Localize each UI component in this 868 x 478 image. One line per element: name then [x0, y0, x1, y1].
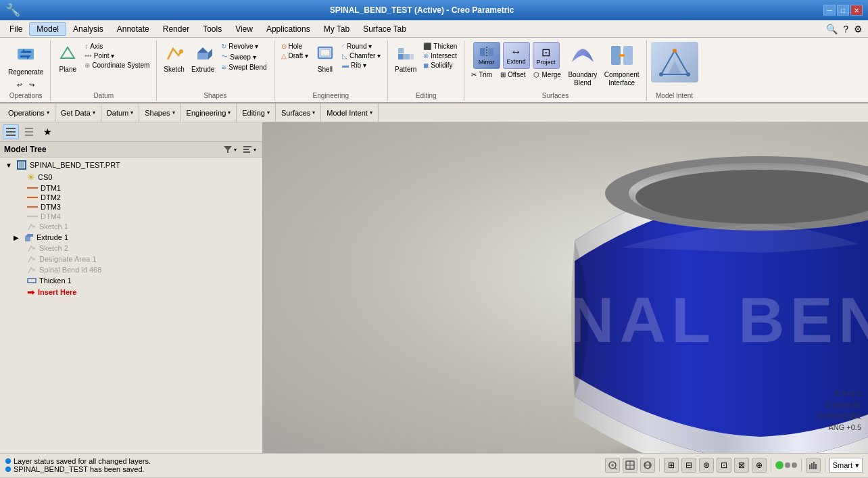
offset-icon: ⊞ — [500, 71, 506, 78]
project-button[interactable]: ⊡ Project — [533, 42, 560, 69]
thicken-button[interactable]: ⬛ Thicken — [420, 42, 460, 51]
svg-rect-37 — [27, 197, 38, 198]
minimize-button[interactable]: ─ — [823, 5, 836, 16]
extrude-button[interactable]: Extrude — [189, 42, 217, 75]
intersect-button[interactable]: ⊗ Intersect — [420, 51, 460, 60]
component-interface-button[interactable]: ComponentInterface — [602, 42, 642, 89]
coord-system-button[interactable]: ⊕ Coordinate System — [82, 61, 152, 70]
menu-mytab[interactable]: My Tab — [317, 23, 356, 35]
tree-item-cs0[interactable]: ✳ CS0 — [0, 171, 262, 183]
search-icon[interactable]: 🔍 — [823, 24, 840, 34]
maximize-button[interactable]: □ — [837, 5, 849, 16]
tree-item-sketch2[interactable]: Sketch 2 — [0, 243, 262, 254]
redo-button[interactable]: ↪ — [26, 80, 37, 89]
menu-annotate[interactable]: Annotate — [110, 23, 156, 35]
tree-item-designate-area[interactable]: Designate Area 1 — [0, 254, 262, 264]
tree-item-dtm4[interactable]: DTM4 — [0, 212, 262, 221]
svg-rect-35 — [19, 162, 24, 168]
close-button[interactable]: ✕ — [850, 5, 863, 16]
tree-root[interactable]: ▼ SPINAL_BEND_TEST.PRT — [0, 159, 262, 171]
menu-render[interactable]: Render — [156, 23, 196, 35]
tree-toggle-button[interactable] — [3, 124, 19, 139]
tree-item-dtm3[interactable]: DTM3 — [0, 202, 262, 212]
mirror-button[interactable]: Mirror — [473, 42, 500, 69]
viewport[interactable]: NAL BEND X.X+0.1 X.XX+0.01 X.XXX+0.001 A… — [264, 122, 868, 453]
performance-button[interactable] — [806, 458, 821, 473]
tree-item-insert-here[interactable]: ➡ Insert Here — [0, 286, 262, 298]
model-intent-area[interactable] — [651, 42, 698, 82]
svg-rect-10 — [404, 54, 410, 59]
svg-rect-28 — [25, 131, 33, 133]
plane-button[interactable]: Plane — [55, 42, 80, 75]
help-icon[interactable]: ? — [840, 24, 851, 34]
svg-marker-1 — [61, 47, 74, 58]
menu-view[interactable]: View — [228, 23, 260, 35]
dtm4-label: DTM4 — [41, 212, 61, 220]
view-options-2[interactable]: ⊟ — [681, 458, 696, 473]
view-options-4[interactable]: ⊡ — [717, 458, 731, 473]
smart-select-label: Smart — [833, 461, 852, 469]
pattern-button[interactable]: Pattern — [392, 42, 419, 75]
shell-button[interactable]: Shell — [312, 42, 338, 75]
menu-analysis[interactable]: Analysis — [66, 23, 110, 35]
merge-button[interactable]: ⬡Merge — [531, 70, 563, 79]
view-options-5[interactable]: ⊠ — [734, 458, 749, 473]
view-options-1[interactable]: ⊞ — [664, 458, 679, 473]
tree-item-sketch1[interactable]: Sketch 1 — [0, 221, 262, 232]
layer-toggle-button[interactable] — [21, 124, 37, 139]
menu-model[interactable]: Model — [29, 22, 66, 36]
point-button[interactable]: ••• Point ▾ — [82, 51, 152, 60]
sub-shapes-arrow: ▾ — [172, 110, 175, 116]
properties-toggle-button[interactable]: ★ — [39, 124, 55, 139]
tree-settings-button[interactable]: ▾ — [241, 144, 258, 155]
hole-button[interactable]: ⊙ Hole — [279, 42, 311, 51]
tree-filter-button[interactable]: ▾ — [221, 144, 239, 155]
tree-item-dtm1[interactable]: DTM1 — [0, 183, 262, 193]
tree-item-dtm2[interactable]: DTM2 — [0, 193, 262, 202]
solidify-button[interactable]: ◼ Solidify — [420, 61, 460, 70]
sub-operations[interactable]: Operations ▾ — [3, 103, 55, 122]
sub-shapes[interactable]: Shapes ▾ — [139, 103, 180, 122]
menu-surfacetab[interactable]: Surface Tab — [356, 23, 413, 35]
sub-editing[interactable]: Editing ▾ — [237, 103, 276, 122]
menu-tools[interactable]: Tools — [196, 23, 228, 35]
undo-button[interactable]: ↩ — [14, 80, 25, 89]
chamfer-button[interactable]: ◺ Chamfer ▾ — [339, 51, 383, 60]
tree-item-thicken1[interactable]: Thicken 1 — [0, 275, 262, 286]
swept-blend-button[interactable]: ≋ Swept Blend — [218, 63, 269, 72]
zoom-fit-button[interactable] — [605, 458, 620, 473]
indicator-gray-2 — [792, 462, 797, 468]
sub-model-intent[interactable]: Model Intent ▾ — [321, 103, 379, 122]
offset-button[interactable]: ⊞Offset — [498, 70, 529, 79]
sub-get-data[interactable]: Get Data ▾ — [55, 103, 101, 122]
menu-file[interactable]: File — [3, 23, 29, 35]
sub-datum[interactable]: Datum ▾ — [101, 103, 139, 122]
globe-button[interactable] — [640, 458, 655, 473]
tree-item-spinal-bend[interactable]: Spinal Bend id 468 — [0, 264, 262, 275]
draft-button[interactable]: △ Draft ▾ — [279, 51, 311, 60]
zoom-button[interactable] — [623, 458, 637, 473]
axis-button[interactable]: ↕ Axis — [82, 42, 152, 51]
boundary-blend-button[interactable]: BoundaryBlend — [565, 42, 600, 89]
svg-rect-25 — [6, 131, 16, 133]
extend-button[interactable]: ↔ Extend — [503, 42, 530, 69]
view-options-6[interactable]: ⊕ — [752, 458, 767, 473]
rib-button[interactable]: ▬ Rib ▾ — [339, 61, 383, 70]
smart-select-dropdown[interactable]: Smart ▾ — [829, 458, 863, 473]
view-options-3[interactable]: ⊛ — [699, 458, 714, 473]
round-button[interactable]: ◜ Round ▾ — [339, 42, 383, 51]
menu-applications[interactable]: Applications — [260, 23, 317, 35]
sub-surfaces[interactable]: Surfaces ▾ — [276, 103, 321, 122]
settings-icon[interactable]: ⚙ — [851, 24, 865, 34]
trim-button[interactable]: ✂Trim — [468, 70, 495, 79]
revolve-button[interactable]: ↻ Revolve ▾ — [218, 42, 269, 51]
subtoolbar: Operations ▾ Get Data ▾ Datum ▾ Shapes ▾… — [0, 103, 868, 122]
tree-item-extrude1[interactable]: ▶ Extrude 1 — [0, 232, 262, 243]
sub-engineering[interactable]: Engineering ▾ — [181, 103, 237, 122]
sweep-button[interactable]: 〜 Sweep ▾ — [218, 51, 269, 62]
sketch-button[interactable]: Sketch — [161, 42, 187, 75]
regenerate-button[interactable]: Regenerate — [5, 42, 46, 78]
menubar: File Model Analysis Annotate Render Tool… — [0, 20, 868, 38]
panel-icons: ★ — [0, 122, 262, 142]
pattern-label: Pattern — [395, 66, 416, 74]
